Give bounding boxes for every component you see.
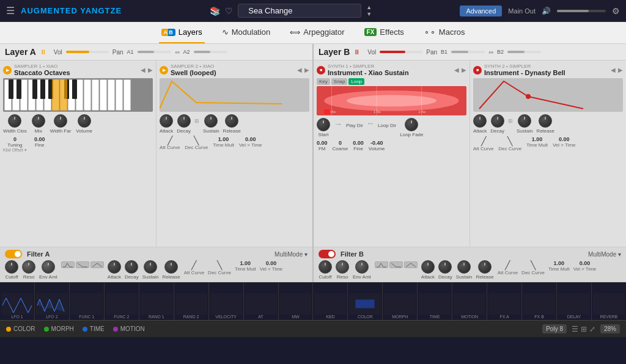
mod-lfo1: LFO 1: [0, 283, 35, 320]
library-icon[interactable]: 📚: [210, 6, 220, 16]
volume-a1-knob[interactable]: [78, 114, 91, 128]
layer-b-link-icon[interactable]: ⇔: [488, 49, 493, 56]
knob-loop-fade-b1: Loop Fade: [400, 118, 423, 137]
gear-icon[interactable]: ⚙: [612, 6, 620, 16]
filter-b-mode[interactable]: MultiMode ▾: [588, 251, 621, 258]
synth-b2-prev[interactable]: ◀: [611, 67, 616, 73]
sampler-1-next[interactable]: ▶: [148, 67, 153, 73]
filter-b-shape-2[interactable]: [389, 261, 403, 268]
svg-rect-12: [92, 79, 99, 111]
release-fa-knob[interactable]: [164, 260, 178, 274]
tab-modulation[interactable]: ∿ Modulation: [219, 22, 273, 43]
preset-up-arrow[interactable]: ▲: [366, 4, 372, 10]
reso-a-knob[interactable]: [22, 260, 35, 274]
tab-arpeggiator[interactable]: ⟺ Arpeggiator: [287, 22, 347, 43]
layer-a-link-icon[interactable]: ⇔: [175, 49, 180, 56]
modulation-icon: ∿: [222, 27, 229, 37]
tab-effects[interactable]: FX Effects: [362, 22, 407, 43]
attack-b2-knob[interactable]: [473, 114, 487, 128]
sampler-2-prev[interactable]: ◀: [297, 67, 302, 73]
layer-a-pause-icon[interactable]: ⏸: [40, 48, 46, 56]
link-decay-sustain[interactable]: ⊞: [194, 118, 199, 124]
sustain-fa-label: Sustain: [142, 274, 159, 280]
layer-b-pan-slider[interactable]: [451, 51, 485, 53]
width-far-knob[interactable]: [54, 114, 67, 128]
synth-b2-next[interactable]: ▶: [618, 67, 623, 73]
sampler-2-nav: ◀ ▶: [297, 67, 309, 73]
grid-view-icon[interactable]: ⊞: [581, 325, 587, 333]
tab-layers[interactable]: A B Layers: [159, 22, 205, 43]
sampler-2-next[interactable]: ▶: [304, 67, 309, 73]
expand-icon[interactable]: ⤢: [589, 325, 595, 333]
hamburger-icon[interactable]: ☰: [6, 5, 15, 16]
tab-key[interactable]: Key: [317, 78, 330, 85]
env-amt-a-knob[interactable]: [42, 260, 55, 274]
dec-curve-a2: ╲ Dec Curve: [185, 136, 208, 150]
sustain-fb-knob[interactable]: [457, 260, 471, 274]
heart-icon[interactable]: ♡: [225, 6, 233, 16]
loop-fade-b1-knob[interactable]: [405, 118, 418, 131]
release-fb-knob[interactable]: [478, 260, 492, 274]
filter-a-mode[interactable]: MultiMode ▾: [274, 251, 307, 258]
list-view-icon[interactable]: ☰: [572, 325, 578, 333]
mod-rand1-label: RAND 1: [149, 315, 164, 319]
advanced-button[interactable]: Advanced: [460, 5, 502, 16]
mix-knob[interactable]: [32, 114, 45, 128]
filter-b-shape-3[interactable]: [404, 261, 418, 268]
sustain-fa-knob[interactable]: [144, 260, 157, 274]
synth-b1-prev[interactable]: ◀: [454, 67, 459, 73]
sampler-2-dot[interactable]: ▶: [160, 66, 168, 75]
attack-a2-knob[interactable]: [160, 114, 173, 128]
link-b2-icon[interactable]: ⊞: [508, 118, 513, 124]
width-clos-knob[interactable]: [8, 114, 21, 128]
svg-rect-54: [488, 293, 520, 315]
decay-fb-knob[interactable]: [438, 260, 452, 274]
filter-shape-1[interactable]: [61, 261, 75, 268]
layer-b-vol-slider[interactable]: [380, 51, 422, 53]
tab-loop[interactable]: Loop: [348, 78, 364, 85]
cutoff-b-knob[interactable]: [319, 260, 332, 274]
volume-bar[interactable]: [557, 10, 606, 12]
synth-b1-dot[interactable]: ■: [317, 66, 325, 75]
filter-a-toggle[interactable]: [5, 250, 22, 258]
sampler-1-prev[interactable]: ◀: [141, 67, 145, 73]
layer-a-pan-slider[interactable]: [138, 51, 171, 53]
decay-fa-knob[interactable]: [125, 260, 138, 274]
release-b2-knob[interactable]: [539, 114, 552, 128]
cutoff-a-knob[interactable]: [5, 260, 18, 274]
decay-b2-knob[interactable]: [491, 114, 504, 128]
attack-fa-knob[interactable]: [108, 260, 121, 274]
layer-a-link-slider[interactable]: [194, 51, 227, 53]
fm-item: 0.00 FM: [317, 140, 328, 151]
svg-rect-25: [60, 79, 67, 111]
filter-a-title: Filter A: [27, 250, 50, 258]
synth-b1-next[interactable]: ▶: [462, 67, 466, 73]
start-b1-knob[interactable]: [317, 118, 330, 131]
decay-a2-knob[interactable]: [177, 114, 191, 128]
time-mult-a2-label: Time Mult: [213, 142, 234, 148]
synth-b2-dot[interactable]: ■: [473, 66, 482, 75]
knob-release-b2: Release: [537, 114, 554, 134]
mod-velocity: VELOCITY: [209, 283, 244, 320]
attack-fb-knob[interactable]: [421, 260, 435, 274]
layer-b-synths: ■ SYNTH 1 • SIMPLER Instrument - Xiao Su…: [314, 60, 626, 247]
attack-fa-label: Attack: [108, 274, 121, 280]
preset-name-input[interactable]: [238, 4, 361, 18]
sampler-1-dot[interactable]: ▶: [3, 66, 12, 75]
reso-b-knob[interactable]: [336, 260, 349, 274]
svg-rect-55: [523, 293, 555, 315]
env-amt-b-knob[interactable]: [355, 260, 369, 274]
filter-b-toggle[interactable]: [319, 250, 336, 258]
layer-a-vol-slider[interactable]: [66, 51, 109, 53]
release-a2-knob[interactable]: [225, 114, 238, 128]
preset-down-arrow[interactable]: ▼: [366, 11, 372, 17]
sustain-a2-knob[interactable]: [204, 114, 218, 128]
filter-shape-3[interactable]: [90, 261, 104, 268]
sustain-b2-knob[interactable]: [518, 114, 531, 128]
layer-b-link-slider[interactable]: [507, 51, 541, 53]
tab-macros[interactable]: ⚬⚬ Macros: [421, 22, 468, 43]
tab-snap[interactable]: Snap: [331, 78, 348, 85]
filter-shape-2[interactable]: [76, 261, 89, 268]
layer-b-pause-icon[interactable]: ⏸: [353, 48, 360, 56]
filter-b-shape-1[interactable]: [375, 261, 388, 268]
